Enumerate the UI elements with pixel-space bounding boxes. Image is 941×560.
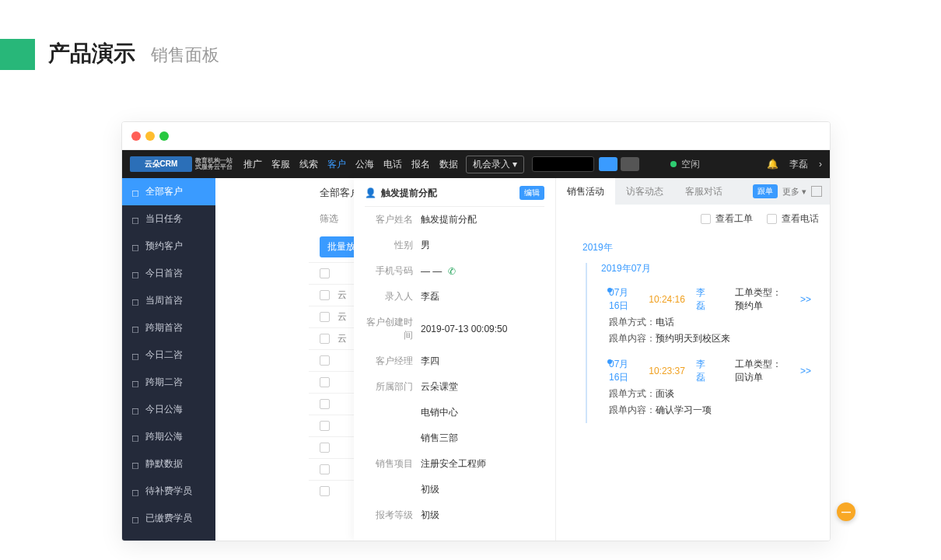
mac-minimize-dot[interactable]: [145, 131, 155, 141]
activity-tab-1[interactable]: 访客动态: [615, 178, 674, 205]
sidebar-item-6[interactable]: ◻今日二咨: [122, 341, 215, 369]
hangup-button[interactable]: [621, 157, 639, 171]
sidebar-item-7[interactable]: ◻跨期二咨: [122, 369, 215, 396]
sidebar-icon: ◻: [131, 541, 141, 542]
entry-line: 跟单内容：确认学习一项: [609, 404, 816, 417]
row-checkbox[interactable]: [320, 312, 330, 322]
detail-row-label: 手机号码: [365, 264, 421, 278]
detail-row-value: 销售三部: [421, 432, 544, 445]
sidebar-icon: ◻: [131, 460, 141, 469]
sidebar-icon: ◻: [131, 351, 141, 360]
sidebar-icon: ◻: [131, 487, 141, 496]
page-title-main: 产品演示: [48, 39, 135, 68]
timeline-dot-icon: [607, 288, 612, 292]
mac-close-dot[interactable]: [131, 131, 141, 141]
phone-icon[interactable]: ✆: [448, 266, 456, 277]
sidebar-item-5[interactable]: ◻跨期首咨: [122, 314, 215, 341]
nav-item-2[interactable]: 线索: [299, 158, 318, 171]
user-name[interactable]: 李磊: [789, 158, 808, 171]
row-checkbox[interactable]: [320, 443, 330, 453]
entry-expand[interactable]: >>: [800, 366, 816, 376]
page-heading: 产品演示 销售面板: [48, 39, 219, 68]
nav-item-1[interactable]: 客服: [271, 158, 290, 171]
layout-icon[interactable]: [811, 186, 822, 197]
entry-head: 07月16日10:23:37李磊工单类型：回访单>>: [609, 358, 816, 384]
nav-item-0[interactable]: 推广: [243, 158, 262, 171]
sidebar-item-12[interactable]: ◻已缴费学员: [122, 505, 215, 532]
search-input[interactable]: [532, 156, 594, 172]
nav-item-5[interactable]: 电话: [383, 158, 402, 171]
nav-item-6[interactable]: 报名: [411, 158, 430, 171]
add-opportunity-button[interactable]: 机会录入 ▾: [466, 156, 524, 173]
row-checkbox[interactable]: [320, 355, 330, 366]
sidebar-item-11[interactable]: ◻待补费学员: [122, 478, 215, 505]
activity-tab-2[interactable]: 客服对话: [674, 178, 733, 205]
mac-maximize-dot[interactable]: [159, 131, 169, 141]
sidebar-icon: ◻: [131, 514, 141, 523]
detail-row-label: 销售项目: [365, 457, 421, 471]
logo-badge: 云朵CRM: [130, 156, 192, 172]
detail-row-label: 客户经理: [365, 355, 421, 368]
nav-item-4[interactable]: 公海: [355, 158, 374, 171]
sidebar-item-4[interactable]: ◻当周首咨: [122, 287, 215, 314]
sidebar-item-9[interactable]: ◻跨期公海: [122, 423, 215, 450]
row-checkbox[interactable]: [320, 334, 330, 344]
row-checkbox[interactable]: [320, 290, 330, 300]
user-menu-chevron-icon[interactable]: ›: [819, 159, 822, 170]
detail-row-value: 云朵课堂: [421, 380, 544, 394]
activity-toolbar: 查看工单查看电话: [556, 205, 830, 233]
detail-row-label: 报考等级: [365, 509, 421, 522]
more-menu[interactable]: 更多 ▾: [782, 186, 806, 198]
sidebar-item-13[interactable]: ◻开通课程: [122, 532, 215, 541]
entry-expand[interactable]: >>: [800, 294, 816, 305]
timeline-line: [586, 263, 587, 423]
sidebar-item-8[interactable]: ◻今日公海: [122, 396, 215, 423]
nav-item-3[interactable]: 客户: [327, 158, 346, 171]
row-checkbox[interactable]: [320, 399, 330, 409]
row-checkbox[interactable]: [320, 486, 330, 496]
call-button[interactable]: [599, 157, 617, 171]
edit-button[interactable]: 编辑: [519, 186, 544, 200]
activity-tab-0[interactable]: 销售活动: [556, 178, 615, 205]
detail-row: 客户姓名触发提前分配: [365, 207, 544, 233]
person-icon: 👤: [365, 187, 376, 198]
sidebar-item-2[interactable]: ◻预约客户: [122, 233, 215, 260]
logo-brand: 云朵CRM: [145, 159, 178, 170]
sidebar-item-label: 跨期二咨: [145, 376, 183, 389]
mac-titlebar: [122, 122, 830, 150]
timeline-month: 2019年07月: [601, 262, 816, 275]
detail-row-value: 注册安全工程师: [421, 457, 544, 471]
sidebar-item-label: 今日首咨: [145, 267, 183, 280]
timeline-entry: 07月16日10:23:37李磊工单类型：回访单>>跟单方式：面谈跟单内容：确认…: [609, 353, 816, 425]
sidebar-item-label: 已缴费学员: [145, 512, 192, 525]
row-checkbox[interactable]: [320, 377, 330, 387]
toolbar-checkbox[interactable]: [701, 214, 711, 224]
detail-row: 电销中心: [365, 400, 544, 425]
status-dot-icon: [670, 161, 677, 167]
sidebar-icon: ◻: [131, 242, 141, 251]
activity-timeline: 2019年 2019年07月 07月16日10:24:16李磊工单类型：预约单>…: [556, 233, 830, 439]
toolbar-checkbox[interactable]: [767, 214, 777, 224]
floating-action-button[interactable]: —: [837, 502, 855, 521]
toolbar-item[interactable]: 查看工单: [701, 212, 753, 226]
row-cell: 云: [338, 310, 347, 324]
toolbar-item[interactable]: 查看电话: [767, 212, 819, 226]
chevron-down-icon: ▾: [512, 159, 517, 170]
nav-item-7[interactable]: 数据: [439, 158, 458, 171]
detail-row-value: 李磊: [421, 290, 544, 303]
timeline-entry: 07月16日10:24:16李磊工单类型：预约单>>跟单方式：电话跟单内容：预约…: [609, 282, 816, 353]
row-checkbox[interactable]: [320, 421, 330, 431]
followup-pill[interactable]: 跟单: [753, 184, 778, 198]
entry-line: 跟单方式：面谈: [609, 387, 816, 401]
sidebar-item-1[interactable]: ◻当日任务: [122, 205, 215, 233]
sidebar-item-3[interactable]: ◻今日首咨: [122, 260, 215, 287]
row-checkbox[interactable]: [320, 464, 330, 474]
activity-tabs: 销售活动访客动态客服对话 跟单 更多 ▾: [556, 178, 830, 205]
detail-row: 客户创建时间2019-07-13 00:09:50: [365, 310, 544, 348]
row-checkbox[interactable]: [320, 268, 330, 278]
entry-type: 工单类型：预约单: [735, 286, 789, 313]
detail-row-value: — —✆: [421, 266, 544, 277]
sidebar-item-0[interactable]: ◻全部客户: [122, 178, 215, 205]
bell-icon[interactable]: 🔔: [767, 159, 778, 170]
sidebar-item-10[interactable]: ◻静默数据: [122, 450, 215, 478]
